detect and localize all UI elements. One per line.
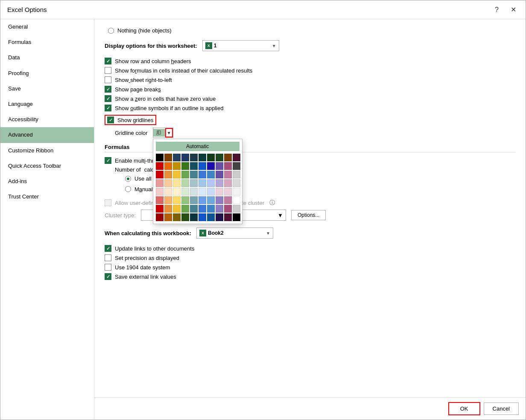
color-cell[interactable] — [173, 171, 181, 178]
color-cell[interactable] — [164, 213, 172, 221]
allow-xll-checkbox[interactable] — [105, 199, 111, 206]
color-cell[interactable] — [181, 162, 189, 170]
color-cell[interactable] — [224, 162, 232, 170]
color-cell[interactable] — [173, 188, 181, 195]
show-rtl-checkbox[interactable] — [105, 76, 111, 83]
color-picker-button[interactable]: ▼ — [153, 128, 173, 138]
sidebar-item-customize-ribbon[interactable]: Customize Ribbon — [0, 143, 94, 158]
color-cell[interactable] — [199, 196, 206, 204]
help-button[interactable]: ? — [492, 5, 501, 15]
color-cell[interactable] — [181, 179, 189, 187]
color-cell[interactable] — [156, 196, 164, 204]
color-cell[interactable] — [164, 171, 172, 178]
color-cell[interactable] — [190, 179, 198, 187]
color-cell[interactable] — [190, 162, 198, 170]
color-cell[interactable] — [224, 171, 232, 178]
color-cell[interactable] — [181, 213, 189, 221]
color-cell[interactable] — [181, 205, 189, 213]
color-cell[interactable] — [164, 196, 172, 204]
color-cell[interactable] — [233, 188, 240, 195]
color-cell[interactable] — [164, 188, 172, 195]
color-cell[interactable] — [164, 179, 172, 187]
sidebar-item-save[interactable]: Save — [0, 81, 94, 96]
sidebar-item-data[interactable]: Data — [0, 50, 94, 65]
ok-button[interactable]: OK — [448, 402, 480, 415]
color-dropdown-arrow-icon[interactable]: ▼ — [165, 128, 173, 137]
color-cell[interactable] — [199, 171, 206, 178]
enable-multi-threaded-checkbox[interactable] — [105, 157, 111, 164]
book2-dropdown[interactable]: X Book2 ▼ — [196, 228, 273, 239]
color-cell[interactable] — [190, 188, 198, 195]
color-cell[interactable] — [207, 171, 215, 178]
color-cell[interactable] — [216, 213, 223, 221]
sidebar-item-language[interactable]: Language — [0, 96, 94, 112]
color-cell[interactable] — [207, 162, 215, 170]
color-cell[interactable] — [199, 188, 206, 195]
set-precision-checkbox[interactable] — [105, 254, 111, 261]
sidebar-item-addins[interactable]: Add-ins — [0, 174, 94, 189]
color-cell[interactable] — [190, 154, 198, 161]
color-cell[interactable] — [207, 196, 215, 204]
color-cell[interactable] — [164, 154, 172, 161]
color-cell[interactable] — [156, 188, 164, 195]
use-1904-checkbox[interactable] — [105, 264, 111, 271]
color-cell[interactable] — [181, 196, 189, 204]
color-cell[interactable] — [199, 179, 206, 187]
color-cell[interactable] — [181, 154, 189, 161]
color-cell[interactable] — [156, 205, 164, 213]
sidebar-item-trust-center[interactable]: Trust Center — [0, 189, 94, 204]
color-cell[interactable] — [156, 171, 164, 178]
color-cell[interactable] — [199, 162, 206, 170]
sidebar-item-quick-access[interactable]: Quick Access Toolbar — [0, 158, 94, 174]
sidebar-item-general[interactable]: General — [0, 19, 94, 35]
color-cell[interactable] — [173, 205, 181, 213]
color-cell[interactable] — [233, 205, 240, 213]
save-external-checkbox[interactable] — [105, 273, 111, 280]
color-cell[interactable] — [164, 162, 172, 170]
nothing-radio[interactable] — [108, 28, 114, 34]
color-cell[interactable] — [173, 154, 181, 161]
update-links-checkbox[interactable] — [105, 245, 111, 252]
color-cell[interactable] — [216, 205, 223, 213]
color-cell[interactable] — [224, 179, 232, 187]
show-outline-checkbox[interactable] — [105, 105, 111, 111]
color-cell[interactable] — [181, 171, 189, 178]
color-cell[interactable] — [233, 179, 240, 187]
close-button[interactable]: ✕ — [508, 5, 519, 15]
color-cell[interactable] — [156, 162, 164, 170]
show-zero-checkbox[interactable] — [105, 95, 111, 102]
color-cell[interactable] — [156, 213, 164, 221]
cancel-button[interactable]: Cancel — [484, 402, 519, 415]
color-cell[interactable] — [224, 205, 232, 213]
color-cell[interactable] — [233, 196, 240, 204]
color-cell[interactable] — [224, 196, 232, 204]
color-cell[interactable] — [224, 154, 232, 161]
color-cell[interactable] — [190, 196, 198, 204]
color-cell[interactable] — [173, 162, 181, 170]
show-headers-checkbox[interactable] — [105, 58, 111, 64]
color-cell[interactable] — [207, 205, 215, 213]
manual-threads-radio[interactable] — [125, 186, 131, 192]
use-computer-threads-radio[interactable] — [125, 176, 131, 182]
color-cell[interactable] — [190, 171, 198, 178]
color-cell[interactable] — [216, 188, 223, 195]
color-cell[interactable] — [224, 188, 232, 195]
color-cell[interactable] — [216, 162, 223, 170]
color-cell[interactable] — [216, 171, 223, 178]
color-cell[interactable] — [181, 188, 189, 195]
cluster-options-button[interactable]: Options... — [291, 210, 326, 220]
sidebar-item-accessibility[interactable]: Accessibility — [0, 112, 94, 127]
show-formulas-checkbox[interactable] — [105, 67, 111, 74]
color-cell[interactable] — [224, 213, 232, 221]
color-cell[interactable] — [207, 179, 215, 187]
color-cell[interactable] — [207, 188, 215, 195]
color-cell[interactable] — [233, 213, 240, 221]
color-cell[interactable] — [156, 154, 164, 161]
sidebar-item-proofing[interactable]: Proofing — [0, 66, 94, 81]
show-gridlines-checkbox[interactable] — [107, 117, 114, 123]
color-cell[interactable] — [233, 154, 240, 161]
worksheet-dropdown[interactable]: X 1 ▼ — [202, 40, 279, 51]
color-cell[interactable] — [207, 213, 215, 221]
color-cell[interactable] — [216, 179, 223, 187]
color-cell[interactable] — [173, 196, 181, 204]
